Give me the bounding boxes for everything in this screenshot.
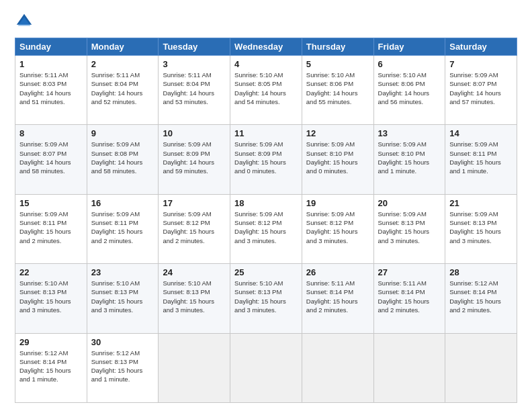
calendar-cell: 25 Sunrise: 5:10 AMSunset: 8:13 PMDaylig… [230, 264, 302, 333]
day-number: 27 [378, 267, 441, 277]
day-info: Sunrise: 5:10 AMSunset: 8:06 PMDaylight:… [306, 71, 358, 105]
logo-icon [15, 12, 34, 31]
day-number: 1 [19, 59, 83, 69]
day-info: Sunrise: 5:09 AMSunset: 8:11 PMDaylight:… [449, 140, 501, 175]
calendar-cell: 6 Sunrise: 5:10 AMSunset: 8:06 PMDayligh… [373, 56, 445, 125]
day-info: Sunrise: 5:09 AMSunset: 8:12 PMDaylight:… [163, 210, 214, 244]
day-number: 23 [91, 267, 154, 277]
day-info: Sunrise: 5:09 AMSunset: 8:11 PMDaylight:… [91, 210, 143, 244]
calendar-cell [445, 333, 517, 402]
calendar-cell: 16 Sunrise: 5:09 AMSunset: 8:11 PMDaylig… [87, 194, 159, 263]
day-number: 17 [163, 198, 226, 208]
calendar-cell [159, 333, 230, 402]
day-number: 9 [91, 128, 154, 138]
weekday-header-sunday: Sunday [15, 38, 87, 56]
calendar-cell: 21 Sunrise: 5:09 AMSunset: 8:13 PMDaylig… [445, 194, 517, 263]
day-number: 15 [19, 198, 83, 208]
calendar-cell: 7 Sunrise: 5:09 AMSunset: 8:07 PMDayligh… [445, 56, 517, 125]
day-info: Sunrise: 5:09 AMSunset: 8:09 PMDaylight:… [234, 140, 286, 175]
calendar-cell: 30 Sunrise: 5:12 AMSunset: 8:13 PMDaylig… [87, 333, 159, 402]
day-number: 10 [163, 128, 226, 138]
day-info: Sunrise: 5:10 AMSunset: 8:06 PMDaylight:… [378, 71, 430, 105]
day-info: Sunrise: 5:09 AMSunset: 8:12 PMDaylight:… [234, 210, 286, 244]
weekday-header-wednesday: Wednesday [230, 38, 302, 56]
day-number: 22 [19, 267, 83, 277]
calendar-cell [230, 333, 302, 402]
weekday-header-saturday: Saturday [445, 38, 517, 56]
day-info: Sunrise: 5:10 AMSunset: 8:13 PMDaylight:… [91, 279, 143, 314]
calendar-cell: 26 Sunrise: 5:11 AMSunset: 8:14 PMDaylig… [302, 264, 373, 333]
day-number: 12 [306, 128, 369, 138]
day-info: Sunrise: 5:10 AMSunset: 8:13 PMDaylight:… [19, 279, 71, 314]
day-info: Sunrise: 5:09 AMSunset: 8:13 PMDaylight:… [449, 210, 501, 244]
day-info: Sunrise: 5:09 AMSunset: 8:13 PMDaylight:… [378, 210, 430, 244]
day-number: 7 [449, 59, 513, 69]
calendar-cell: 28 Sunrise: 5:12 AMSunset: 8:14 PMDaylig… [445, 264, 517, 333]
day-number: 13 [378, 128, 441, 138]
day-number: 2 [91, 59, 154, 69]
calendar-cell: 17 Sunrise: 5:09 AMSunset: 8:12 PMDaylig… [159, 194, 230, 263]
day-info: Sunrise: 5:09 AMSunset: 8:07 PMDaylight:… [449, 71, 501, 105]
calendar-cell: 15 Sunrise: 5:09 AMSunset: 8:11 PMDaylig… [15, 194, 87, 263]
day-info: Sunrise: 5:10 AMSunset: 8:13 PMDaylight:… [234, 279, 286, 314]
day-number: 26 [306, 267, 369, 277]
day-info: Sunrise: 5:09 AMSunset: 8:12 PMDaylight:… [306, 210, 358, 244]
calendar-cell: 1 Sunrise: 5:11 AMSunset: 8:03 PMDayligh… [15, 56, 87, 125]
day-number: 8 [19, 128, 83, 138]
day-number: 4 [234, 59, 298, 69]
calendar-cell: 13 Sunrise: 5:09 AMSunset: 8:10 PMDaylig… [373, 125, 445, 194]
weekday-header-tuesday: Tuesday [159, 38, 230, 56]
day-number: 16 [91, 198, 154, 208]
day-number: 6 [378, 59, 441, 69]
calendar-cell: 22 Sunrise: 5:10 AMSunset: 8:13 PMDaylig… [15, 264, 87, 333]
day-info: Sunrise: 5:11 AMSunset: 8:03 PMDaylight:… [19, 71, 71, 105]
day-number: 3 [163, 59, 226, 69]
day-number: 19 [306, 198, 369, 208]
day-number: 18 [234, 198, 298, 208]
calendar-cell: 18 Sunrise: 5:09 AMSunset: 8:12 PMDaylig… [230, 194, 302, 263]
day-info: Sunrise: 5:12 AMSunset: 8:14 PMDaylight:… [449, 279, 501, 314]
day-info: Sunrise: 5:09 AMSunset: 8:09 PMDaylight:… [163, 140, 214, 175]
day-info: Sunrise: 5:11 AMSunset: 8:04 PMDaylight:… [91, 71, 143, 105]
day-info: Sunrise: 5:12 AMSunset: 8:14 PMDaylight:… [19, 349, 71, 383]
calendar-cell [302, 333, 373, 402]
day-info: Sunrise: 5:09 AMSunset: 8:11 PMDaylight:… [19, 210, 71, 244]
day-info: Sunrise: 5:09 AMSunset: 8:10 PMDaylight:… [306, 140, 358, 175]
calendar-cell: 14 Sunrise: 5:09 AMSunset: 8:11 PMDaylig… [445, 125, 517, 194]
day-info: Sunrise: 5:09 AMSunset: 8:10 PMDaylight:… [378, 140, 430, 175]
day-info: Sunrise: 5:09 AMSunset: 8:07 PMDaylight:… [19, 140, 71, 175]
logo [15, 12, 36, 31]
day-number: 20 [378, 198, 441, 208]
day-info: Sunrise: 5:10 AMSunset: 8:05 PMDaylight:… [234, 71, 286, 105]
calendar-cell: 20 Sunrise: 5:09 AMSunset: 8:13 PMDaylig… [373, 194, 445, 263]
day-number: 30 [91, 337, 154, 347]
day-number: 5 [306, 59, 369, 69]
day-number: 24 [163, 267, 226, 277]
calendar-cell: 11 Sunrise: 5:09 AMSunset: 8:09 PMDaylig… [230, 125, 302, 194]
weekday-header-thursday: Thursday [302, 38, 373, 56]
day-info: Sunrise: 5:11 AMSunset: 8:14 PMDaylight:… [306, 279, 358, 314]
day-number: 28 [449, 267, 513, 277]
day-info: Sunrise: 5:09 AMSunset: 8:08 PMDaylight:… [91, 140, 143, 175]
calendar-cell: 29 Sunrise: 5:12 AMSunset: 8:14 PMDaylig… [15, 333, 87, 402]
calendar-cell: 19 Sunrise: 5:09 AMSunset: 8:12 PMDaylig… [302, 194, 373, 263]
weekday-header-friday: Friday [373, 38, 445, 56]
calendar-cell: 10 Sunrise: 5:09 AMSunset: 8:09 PMDaylig… [159, 125, 230, 194]
day-info: Sunrise: 5:11 AMSunset: 8:14 PMDaylight:… [378, 279, 430, 314]
calendar-cell [373, 333, 445, 402]
day-number: 14 [449, 128, 513, 138]
day-info: Sunrise: 5:11 AMSunset: 8:04 PMDaylight:… [163, 71, 214, 105]
calendar-cell: 24 Sunrise: 5:10 AMSunset: 8:13 PMDaylig… [159, 264, 230, 333]
day-number: 25 [234, 267, 298, 277]
calendar-cell: 4 Sunrise: 5:10 AMSunset: 8:05 PMDayligh… [230, 56, 302, 125]
calendar-cell: 23 Sunrise: 5:10 AMSunset: 8:13 PMDaylig… [87, 264, 159, 333]
calendar-cell: 5 Sunrise: 5:10 AMSunset: 8:06 PMDayligh… [302, 56, 373, 125]
day-info: Sunrise: 5:10 AMSunset: 8:13 PMDaylight:… [163, 279, 214, 314]
day-number: 11 [234, 128, 298, 138]
day-number: 29 [19, 337, 83, 347]
day-info: Sunrise: 5:12 AMSunset: 8:13 PMDaylight:… [91, 349, 143, 383]
calendar-cell: 9 Sunrise: 5:09 AMSunset: 8:08 PMDayligh… [87, 125, 159, 194]
calendar-table: SundayMondayTuesdayWednesdayThursdayFrid… [15, 38, 517, 403]
calendar-cell: 8 Sunrise: 5:09 AMSunset: 8:07 PMDayligh… [15, 125, 87, 194]
day-number: 21 [449, 198, 513, 208]
